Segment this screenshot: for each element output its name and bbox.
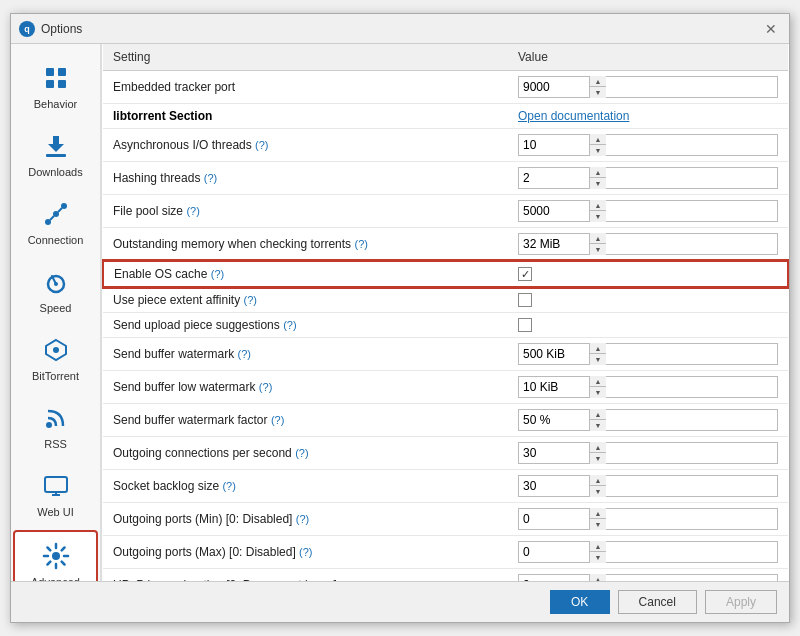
- spinner-outgoing-ports-max[interactable]: ▲ ▼: [518, 541, 778, 563]
- spin-down-hashing-threads[interactable]: ▼: [590, 178, 606, 189]
- help-link[interactable]: (?): [204, 172, 217, 184]
- spinner-input-async-io-threads[interactable]: [519, 135, 589, 155]
- spinner-input-embedded-tracker-port[interactable]: [519, 77, 589, 97]
- spin-down-socket-backlog[interactable]: ▼: [590, 486, 606, 497]
- help-link[interactable]: (?): [238, 348, 251, 360]
- sidebar-item-downloads[interactable]: Downloads: [13, 122, 98, 186]
- help-link[interactable]: (?): [186, 205, 199, 217]
- help-link[interactable]: (?): [255, 139, 268, 151]
- spinner-outgoing-ports-min[interactable]: ▲ ▼: [518, 508, 778, 530]
- spin-up-file-pool-size[interactable]: ▲: [590, 200, 606, 211]
- spin-down-async-io-threads[interactable]: ▼: [590, 145, 606, 156]
- spinner-input-send-buffer-factor[interactable]: [519, 410, 589, 430]
- spinner-buttons-send-buffer-low: ▲ ▼: [589, 376, 606, 398]
- setting-label: Outstanding memory when checking torrent…: [113, 237, 351, 251]
- spin-up-embedded-tracker-port[interactable]: ▲: [590, 76, 606, 87]
- setting-cell-use-piece-extent: Use piece extent affinity (?): [103, 287, 508, 313]
- section-header: libtorrent Section: [113, 109, 212, 123]
- help-link[interactable]: (?): [283, 319, 296, 331]
- spin-down-outgoing-connections[interactable]: ▼: [590, 453, 606, 464]
- help-link[interactable]: (?): [259, 381, 272, 393]
- open-doc-link[interactable]: Open documentation: [518, 109, 629, 123]
- spinner-outgoing-connections[interactable]: ▲ ▼: [518, 442, 778, 464]
- spinner-input-outstanding-memory[interactable]: [519, 234, 589, 254]
- apply-button[interactable]: Apply: [705, 590, 777, 614]
- spinner-file-pool-size[interactable]: ▲ ▼: [518, 200, 778, 222]
- spin-up-outgoing-ports-min[interactable]: ▲: [590, 508, 606, 519]
- ok-button[interactable]: OK: [550, 590, 610, 614]
- col-header-value: Value: [508, 44, 788, 71]
- spinner-outstanding-memory[interactable]: ▲ ▼: [518, 233, 778, 255]
- checkbox-use-piece-extent[interactable]: [518, 293, 532, 307]
- value-cell-send-upload-piece: [508, 313, 788, 338]
- sidebar-item-speed[interactable]: Speed: [13, 258, 98, 322]
- spinner-hashing-threads[interactable]: ▲ ▼: [518, 167, 778, 189]
- sidebar-item-advanced[interactable]: Advanced: [13, 530, 98, 581]
- sidebar-item-rss[interactable]: RSS: [13, 394, 98, 458]
- spinner-send-buffer-factor[interactable]: ▲ ▼: [518, 409, 778, 431]
- spinner-socket-backlog[interactable]: ▲ ▼: [518, 475, 778, 497]
- spinner-input-outgoing-connections[interactable]: [519, 443, 589, 463]
- spin-up-outgoing-ports-max[interactable]: ▲: [590, 541, 606, 552]
- spinner-input-send-buffer-watermark[interactable]: [519, 344, 589, 364]
- sidebar-item-behavior[interactable]: Behavior: [13, 54, 98, 118]
- setting-label: File pool size: [113, 204, 183, 218]
- help-link[interactable]: (?): [244, 294, 257, 306]
- spinner-input-hashing-threads[interactable]: [519, 168, 589, 188]
- spinner-async-io-threads[interactable]: ▲ ▼: [518, 134, 778, 156]
- spin-up-outgoing-connections[interactable]: ▲: [590, 442, 606, 453]
- help-link[interactable]: (?): [354, 238, 367, 250]
- help-link[interactable]: (?): [296, 513, 309, 525]
- setting-label: Send buffer low watermark: [113, 380, 256, 394]
- spin-down-send-buffer-low[interactable]: ▼: [590, 387, 606, 398]
- spin-down-outgoing-ports-min[interactable]: ▼: [590, 519, 606, 530]
- spin-up-upnp-lease[interactable]: ▲: [590, 574, 606, 581]
- spin-down-outstanding-memory[interactable]: ▼: [590, 244, 606, 255]
- setting-label: Embedded tracker port: [113, 80, 235, 94]
- table-row: libtorrent SectionOpen documentation: [103, 104, 788, 129]
- spin-down-outgoing-ports-max[interactable]: ▼: [590, 552, 606, 563]
- content-area: BehaviorDownloadsConnectionSpeedBitTorre…: [11, 44, 789, 581]
- help-link[interactable]: (?): [211, 268, 224, 280]
- spinner-input-outgoing-ports-min[interactable]: [519, 509, 589, 529]
- spin-down-embedded-tracker-port[interactable]: ▼: [590, 87, 606, 98]
- spinner-input-send-buffer-low[interactable]: [519, 377, 589, 397]
- spinner-send-buffer-low[interactable]: ▲ ▼: [518, 376, 778, 398]
- spin-up-send-buffer-factor[interactable]: ▲: [590, 409, 606, 420]
- help-link[interactable]: (?): [222, 480, 235, 492]
- spinner-send-buffer-watermark[interactable]: ▲ ▼: [518, 343, 778, 365]
- spin-up-send-buffer-watermark[interactable]: ▲: [590, 343, 606, 354]
- setting-cell-socket-backlog: Socket backlog size (?): [103, 470, 508, 503]
- sidebar-item-bittorrent[interactable]: BitTorrent: [13, 326, 98, 390]
- spin-up-hashing-threads[interactable]: ▲: [590, 167, 606, 178]
- settings-table-wrapper[interactable]: Setting Value Embedded tracker port ▲ ▼ …: [101, 44, 789, 581]
- spin-down-send-buffer-watermark[interactable]: ▼: [590, 354, 606, 365]
- checkbox-enable-os-cache[interactable]: [518, 267, 532, 281]
- table-row: Socket backlog size (?) ▲ ▼: [103, 470, 788, 503]
- spin-up-async-io-threads[interactable]: ▲: [590, 134, 606, 145]
- spinner-upnp-lease[interactable]: ▲ ▼: [518, 574, 778, 581]
- spinner-input-file-pool-size[interactable]: [519, 201, 589, 221]
- spinner-input-socket-backlog[interactable]: [519, 476, 589, 496]
- spin-down-file-pool-size[interactable]: ▼: [590, 211, 606, 222]
- svg-line-9: [58, 208, 62, 212]
- spin-up-send-buffer-low[interactable]: ▲: [590, 376, 606, 387]
- close-button[interactable]: ✕: [761, 19, 781, 39]
- help-link[interactable]: (?): [295, 447, 308, 459]
- table-row: Send buffer watermark (?) ▲ ▼: [103, 338, 788, 371]
- cancel-button[interactable]: Cancel: [618, 590, 697, 614]
- spin-up-outstanding-memory[interactable]: ▲: [590, 233, 606, 244]
- spin-down-send-buffer-factor[interactable]: ▼: [590, 420, 606, 431]
- sidebar-item-connection[interactable]: Connection: [13, 190, 98, 254]
- sidebar-item-webui[interactable]: Web UI: [13, 462, 98, 526]
- spin-up-socket-backlog[interactable]: ▲: [590, 475, 606, 486]
- setting-label: Send buffer watermark: [113, 347, 234, 361]
- spinner-embedded-tracker-port[interactable]: ▲ ▼: [518, 76, 778, 98]
- value-cell-upnp-lease: ▲ ▼: [508, 569, 788, 582]
- spinner-input-outgoing-ports-max[interactable]: [519, 542, 589, 562]
- sidebar-label-speed: Speed: [40, 302, 72, 314]
- help-link[interactable]: (?): [271, 414, 284, 426]
- help-link[interactable]: (?): [299, 546, 312, 558]
- table-row: File pool size (?) ▲ ▼: [103, 195, 788, 228]
- checkbox-send-upload-piece[interactable]: [518, 318, 532, 332]
